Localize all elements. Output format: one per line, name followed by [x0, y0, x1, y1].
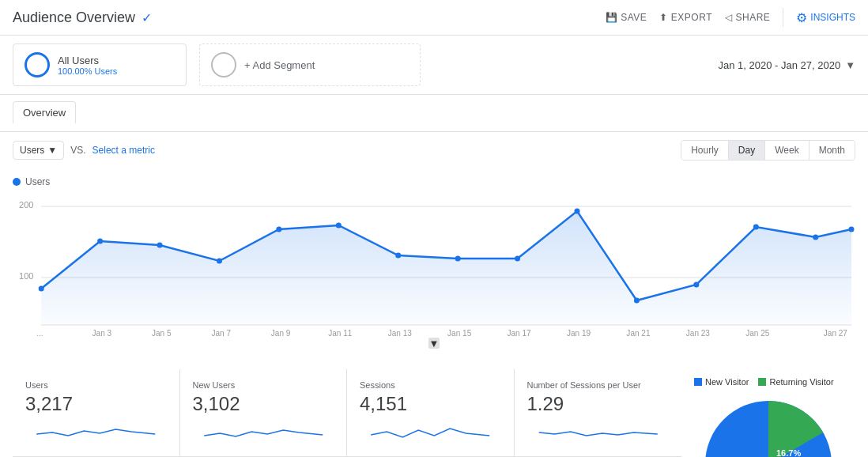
- svg-point-8: [217, 259, 222, 264]
- metric-card-new-users: New Users 3,102: [180, 369, 348, 457]
- add-segment-button[interactable]: + Add Segment: [199, 43, 421, 86]
- save-icon: 💾: [606, 12, 618, 23]
- svg-text:200: 200: [19, 200, 33, 210]
- segments-bar: All Users 100.00% Users + Add Segment Ja…: [0, 36, 868, 95]
- insights-button[interactable]: ⚙ INSIGHTS: [796, 10, 855, 25]
- add-segment-circle: [211, 52, 236, 77]
- svg-text:Jan 5: Jan 5: [152, 329, 172, 336]
- time-btn-week[interactable]: Week: [765, 141, 809, 160]
- legend-dot-icon: [13, 178, 21, 186]
- segment-circle-icon: [25, 52, 50, 77]
- svg-point-11: [395, 253, 401, 259]
- metric-card-sessions-per-user: Number of Sessions per User 1.29: [515, 369, 682, 457]
- metric-value-sessions: 4,151: [360, 393, 501, 415]
- segment-all-users[interactable]: All Users 100.00% Users: [13, 43, 187, 86]
- export-button[interactable]: ⬆ EXPORT: [659, 12, 712, 23]
- svg-text:Jan 3: Jan 3: [92, 329, 112, 336]
- vs-label: VS.: [70, 145, 85, 156]
- svg-point-18: [813, 235, 818, 240]
- metric-card-sessions: Sessions 4,151: [347, 369, 515, 457]
- metric-label-new-users: New Users: [193, 380, 334, 390]
- share-icon: ◁: [725, 12, 733, 23]
- svg-text:Jan 21: Jan 21: [626, 329, 651, 336]
- time-btn-hourly[interactable]: Hourly: [681, 141, 729, 160]
- tab-bar: Overview: [0, 95, 868, 132]
- svg-text:Jan 9: Jan 9: [271, 329, 291, 336]
- save-button[interactable]: 💾 SAVE: [606, 12, 647, 23]
- svg-point-15: [634, 298, 640, 304]
- svg-text:Jan 25: Jan 25: [745, 329, 770, 336]
- metric-value-sessions-per-user: 1.29: [527, 393, 670, 415]
- svg-point-9: [276, 227, 281, 232]
- svg-text:Jan 23: Jan 23: [686, 329, 711, 336]
- segment-info: All Users 100.00% Users: [58, 55, 117, 76]
- export-icon: ⬆: [659, 12, 668, 23]
- metric-selector-dropdown[interactable]: Users ▼: [13, 141, 64, 160]
- date-range-selector[interactable]: Jan 1, 2020 - Jan 27, 2020 ▼: [718, 59, 855, 71]
- chart-scroll-indicator[interactable]: ▼: [13, 338, 855, 349]
- svg-text:Jan 13: Jan 13: [388, 329, 413, 336]
- svg-point-5: [39, 286, 44, 292]
- sparkline-sessions: [360, 418, 501, 442]
- svg-text:Jan 17: Jan 17: [508, 329, 532, 336]
- metrics-section: Users 3,217 New Users 3,102 Sessions 4,1…: [0, 357, 868, 457]
- svg-text:Jan 19: Jan 19: [567, 329, 591, 336]
- sparkline-sessions-per-user: [527, 418, 670, 442]
- insights-icon: ⚙: [796, 10, 807, 25]
- time-btn-month[interactable]: Month: [810, 141, 855, 160]
- time-btn-day[interactable]: Day: [729, 141, 765, 160]
- chevron-down-icon: ▼: [845, 59, 855, 71]
- chart-controls: Users ▼ VS. Select a metric Hourly Day W…: [0, 132, 868, 168]
- svg-text:Jan 15: Jan 15: [447, 329, 472, 336]
- chart-area: Users 200 100: [0, 168, 868, 357]
- svg-point-16: [693, 282, 699, 288]
- svg-text:100: 100: [19, 271, 33, 281]
- legend-new-visitor: New Visitor: [694, 377, 749, 387]
- svg-point-13: [515, 256, 520, 262]
- svg-point-10: [336, 223, 342, 228]
- svg-point-7: [157, 243, 163, 248]
- metric-label-sessions: Sessions: [360, 380, 501, 390]
- verified-icon: ✓: [142, 10, 152, 25]
- svg-text:16.7%: 16.7%: [776, 448, 801, 457]
- returning-visitor-color-swatch: [758, 378, 766, 386]
- sparkline-users: [25, 418, 167, 442]
- metric-value-users: 3,217: [25, 393, 167, 415]
- svg-point-14: [574, 209, 579, 214]
- metric-value-new-users: 3,102: [193, 393, 334, 415]
- tab-overview[interactable]: Overview: [13, 101, 76, 125]
- chart-legend-label: Users: [25, 176, 50, 187]
- time-period-buttons: Hourly Day Week Month: [681, 140, 855, 161]
- pie-section: New Visitor Returning Visitor 16.7% 83.3…: [681, 369, 855, 457]
- select-metric-link[interactable]: Select a metric: [92, 145, 155, 156]
- scroll-down-icon: ▼: [428, 338, 440, 349]
- new-visitor-label: New Visitor: [705, 377, 749, 387]
- svg-text:Jan 7: Jan 7: [211, 329, 231, 336]
- header-divider: [783, 8, 783, 27]
- pie-legend: New Visitor Returning Visitor: [694, 377, 843, 387]
- metric-label: Users: [20, 145, 44, 156]
- pie-chart: 16.7% 83.3%: [697, 393, 840, 457]
- svg-point-6: [97, 239, 103, 244]
- pie-chart-container: 16.7% 83.3%: [694, 393, 843, 457]
- segment-name: All Users: [58, 55, 117, 66]
- legend-returning-visitor: Returning Visitor: [758, 377, 833, 387]
- metric-card-users: Users 3,217: [13, 369, 180, 457]
- chart-legend: Users: [13, 176, 855, 187]
- date-range-text: Jan 1, 2020 - Jan 27, 2020: [718, 59, 840, 71]
- svg-text:Jan 27: Jan 27: [824, 329, 848, 336]
- metric-label-sessions-per-user: Number of Sessions per User: [527, 380, 670, 390]
- returning-visitor-label: Returning Visitor: [769, 377, 833, 387]
- page-title-container: Audience Overview ✓: [13, 9, 152, 26]
- dropdown-arrow-icon: ▼: [47, 145, 57, 156]
- add-segment-label: + Add Segment: [244, 59, 315, 71]
- svg-point-12: [455, 256, 461, 262]
- sparkline-new-users: [193, 418, 334, 442]
- svg-text:Jan 11: Jan 11: [328, 329, 353, 336]
- svg-text:...: ...: [36, 329, 43, 336]
- page-title: Audience Overview: [13, 9, 135, 26]
- chart-svg: 200 100: [13, 194, 855, 336]
- header: Audience Overview ✓ 💾 SAVE ⬆ EXPORT ◁ SH…: [0, 0, 868, 36]
- share-button[interactable]: ◁ SHARE: [725, 12, 770, 23]
- metrics-grid: Users 3,217 New Users 3,102 Sessions 4,1…: [13, 369, 681, 457]
